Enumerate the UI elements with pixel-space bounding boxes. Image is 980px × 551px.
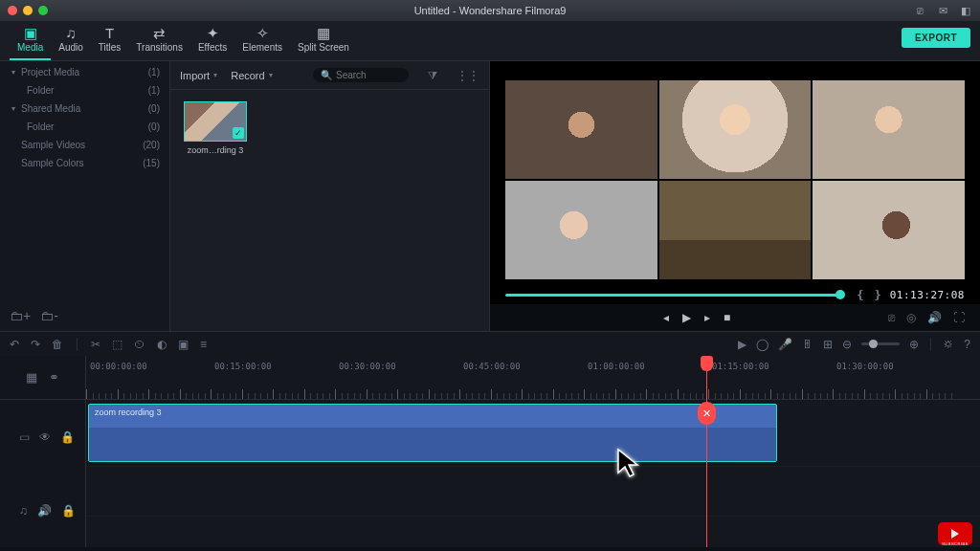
media-thumbnail[interactable]: ✓ zoom…rding 3 bbox=[182, 101, 249, 155]
ruler-label: 00:00:00:00 bbox=[90, 362, 147, 371]
tree-count: (20) bbox=[143, 140, 160, 150]
step-forward-icon[interactable]: ▸ bbox=[704, 311, 710, 324]
timecode-display: 01:13:27:08 bbox=[890, 289, 965, 301]
thumbnail-caption: zoom…rding 3 bbox=[184, 145, 247, 155]
undo-icon[interactable]: ↶ bbox=[10, 338, 19, 351]
new-folder-icon[interactable]: 🗀+ bbox=[10, 308, 31, 323]
voiceover-icon[interactable]: 🎤 bbox=[778, 338, 792, 351]
render-icon[interactable]: ▶ bbox=[738, 338, 746, 351]
timeline-toolbar: ↶ ↷ 🗑 ✂ ⬚ ⏲ ◐ ▣ ≡ ▶ ◯ 🎤 🎚 ⊞ ⊖ ⊕ ⛭ ? bbox=[0, 331, 980, 356]
ruler-label: 01:00:00:00 bbox=[588, 362, 645, 371]
tab-transitions[interactable]: ⇄ Transitions bbox=[128, 22, 190, 60]
tree-folder[interactable]: Folder (1) bbox=[0, 81, 169, 99]
progress-handle[interactable] bbox=[835, 290, 845, 299]
mark-in-icon[interactable]: ❴ bbox=[856, 288, 865, 301]
step-back-icon[interactable]: ◂ bbox=[663, 311, 669, 324]
tree-sample-videos[interactable]: Sample Videos (20) bbox=[0, 136, 169, 154]
tab-effects[interactable]: ✦ Effects bbox=[190, 22, 234, 60]
preview-video[interactable] bbox=[505, 80, 965, 279]
subscribe-label: SUBSCRIBE bbox=[942, 541, 969, 546]
tab-label: Titles bbox=[99, 42, 122, 53]
link-icon[interactable]: ⚭ bbox=[49, 370, 59, 385]
titles-icon: T bbox=[105, 26, 114, 40]
video-track[interactable]: zoom recording 3 bbox=[86, 400, 980, 467]
chevron-down-icon: ▾ bbox=[269, 71, 273, 79]
video-clip[interactable]: zoom recording 3 bbox=[88, 404, 777, 462]
zoom-slider[interactable] bbox=[861, 342, 900, 345]
search-input[interactable]: 🔍 bbox=[313, 68, 409, 82]
playhead[interactable]: ✕ bbox=[706, 356, 707, 547]
tree-label: Sample Colors bbox=[21, 158, 84, 168]
audio-track[interactable] bbox=[86, 467, 980, 517]
crop-icon[interactable]: ⬚ bbox=[112, 338, 122, 351]
mute-icon[interactable]: 🔊 bbox=[37, 504, 52, 518]
video-track-header[interactable]: ▭ 👁 🔒 bbox=[0, 400, 85, 474]
zoom-in-icon[interactable]: ⊕ bbox=[909, 338, 919, 351]
search-icon: 🔍 bbox=[321, 70, 332, 80]
chevron-down-icon: ▾ bbox=[11, 68, 21, 77]
tab-split-screen[interactable]: ▦ Split Screen bbox=[290, 22, 357, 60]
elements-icon: ✧ bbox=[256, 26, 269, 40]
mark-out-icon[interactable]: ❵ bbox=[873, 288, 882, 301]
adjust-icon[interactable]: ≡ bbox=[200, 338, 207, 351]
tree-label: Shared Media bbox=[21, 103, 80, 114]
record-label: Record bbox=[231, 70, 264, 81]
timeline-body[interactable]: 00:00:00:00 00:15:00:00 00:30:00:00 00:4… bbox=[86, 356, 980, 547]
tree-count: (15) bbox=[143, 158, 160, 168]
titlebar: Untitled - Wondershare Filmora9 ⎚ ✉ ◧ bbox=[0, 0, 980, 21]
speed-icon[interactable]: ⏲ bbox=[134, 338, 145, 351]
timeline-ruler[interactable]: 00:00:00:00 00:15:00:00 00:30:00:00 00:4… bbox=[86, 356, 980, 400]
color-icon[interactable]: ◐ bbox=[157, 338, 167, 351]
redo-icon[interactable]: ↷ bbox=[31, 338, 40, 351]
tree-sample-colors[interactable]: Sample Colors (15) bbox=[0, 154, 169, 172]
tree-count: (1) bbox=[148, 67, 160, 77]
settings-icon[interactable]: ⛭ bbox=[943, 338, 954, 351]
tab-elements[interactable]: ✧ Elements bbox=[234, 22, 290, 60]
marker-icon[interactable]: ◯ bbox=[756, 338, 768, 351]
snapshot-icon[interactable]: ◎ bbox=[906, 311, 916, 324]
play-icon[interactable]: ▶ bbox=[682, 311, 691, 324]
playback-quality-icon[interactable]: ⎚ bbox=[888, 311, 895, 324]
eye-icon[interactable]: 👁 bbox=[39, 430, 51, 444]
lock-icon[interactable]: 🔒 bbox=[60, 430, 75, 444]
tree-folder[interactable]: Folder (0) bbox=[0, 118, 169, 136]
zoom-out-icon[interactable]: ⊖ bbox=[842, 338, 852, 351]
delete-icon[interactable]: 🗑 bbox=[52, 338, 63, 351]
cut-icon[interactable]: ✂ bbox=[91, 338, 100, 351]
green-screen-icon[interactable]: ▣ bbox=[178, 338, 189, 351]
timeline-view-icon[interactable]: ▦ bbox=[26, 370, 37, 385]
tab-media[interactable]: ▣ Media bbox=[10, 22, 51, 60]
search-field[interactable] bbox=[336, 70, 393, 80]
mouse-cursor-icon bbox=[616, 448, 641, 485]
export-button[interactable]: EXPORT bbox=[902, 28, 970, 48]
fullscreen-icon[interactable]: ⛶ bbox=[953, 311, 965, 324]
tab-titles[interactable]: T Titles bbox=[91, 22, 129, 60]
headphones-icon: ♫ bbox=[65, 26, 76, 40]
grid-view-icon[interactable]: ⋮⋮ bbox=[457, 69, 479, 82]
help-icon[interactable]: ? bbox=[964, 338, 970, 351]
tree-shared-media[interactable]: ▾ Shared Media (0) bbox=[0, 99, 169, 118]
volume-icon[interactable]: 🔊 bbox=[927, 311, 942, 324]
stop-icon[interactable]: ■ bbox=[724, 311, 730, 324]
delete-folder-icon[interactable]: 🗀- bbox=[40, 308, 58, 323]
ruler-label: 01:15:00:00 bbox=[712, 362, 769, 371]
mixer-icon[interactable]: 🎚 bbox=[802, 338, 813, 351]
video-track-icon: ▭ bbox=[19, 430, 30, 444]
audio-track-header[interactable]: ♫ 🔊 🔒 bbox=[0, 474, 85, 547]
lock-icon[interactable]: 🔒 bbox=[61, 504, 76, 518]
youtube-subscribe-overlay[interactable]: SUBSCRIBE bbox=[938, 522, 972, 545]
music-icon: ♫ bbox=[19, 504, 28, 518]
delete-indicator-icon[interactable]: ✕ bbox=[698, 402, 716, 425]
tab-audio[interactable]: ♫ Audio bbox=[51, 22, 91, 60]
ruler-label: 00:15:00:00 bbox=[214, 362, 272, 371]
tree-project-media[interactable]: ▾ Project Media (1) bbox=[0, 63, 169, 81]
ruler-label: 00:45:00:00 bbox=[463, 362, 521, 371]
import-dropdown[interactable]: Import ▾ bbox=[180, 70, 217, 81]
preview-progress[interactable]: ❴ ❵ 01:13:27:08 bbox=[505, 285, 965, 304]
filter-icon[interactable]: ⧩ bbox=[428, 69, 437, 82]
playhead-handle[interactable] bbox=[701, 356, 713, 371]
tab-label: Audio bbox=[58, 42, 83, 53]
track-options-icon[interactable]: ⊞ bbox=[823, 338, 833, 351]
media-browser: Import ▾ Record ▾ 🔍 ⧩ ⋮⋮ ✓ zoom…rding 3 bbox=[170, 61, 490, 331]
record-dropdown[interactable]: Record ▾ bbox=[231, 70, 272, 81]
